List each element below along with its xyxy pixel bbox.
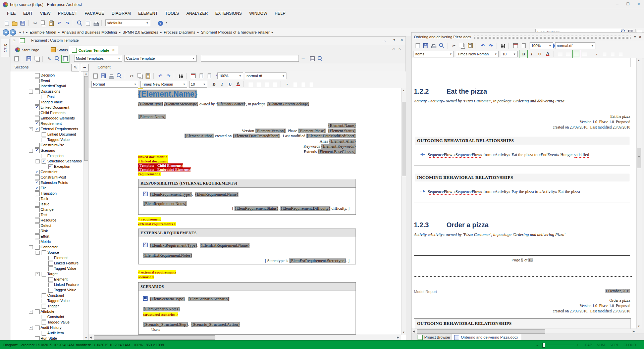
collapse-node-icon[interactable]: − <box>29 310 33 314</box>
tree-item-extension-points[interactable]: Extension Points <box>10 180 84 186</box>
section-checkbox[interactable] <box>42 272 46 277</box>
zoom-in-button[interactable]: + <box>577 343 579 347</box>
panel-dropdown-icon[interactable]: ▼ <box>634 35 637 39</box>
indent-decrease-button[interactable] <box>299 80 307 88</box>
find-button[interactable] <box>177 72 185 80</box>
section-checkbox[interactable] <box>48 261 53 266</box>
menu-tools[interactable]: TOOLS <box>161 10 182 17</box>
new-file-button[interactable] <box>91 72 99 80</box>
edit-pen-button[interactable]: ✎ <box>71 64 79 71</box>
print-button[interactable] <box>430 42 438 50</box>
print-button[interactable] <box>92 19 100 27</box>
section-checkbox[interactable] <box>42 299 46 303</box>
menu-extensions[interactable]: EXTENSIONS <box>212 10 246 17</box>
section-checkbox[interactable] <box>42 320 46 325</box>
section-checkbox[interactable] <box>42 138 46 142</box>
tree-item-transition[interactable]: Transition <box>10 191 84 196</box>
section-checkbox[interactable] <box>35 170 40 174</box>
redo-button[interactable]: ↷ <box>63 19 71 27</box>
maximize-button[interactable]: ❐ <box>623 0 633 8</box>
breadcrumb-item[interactable]: BPMN 2.0 Examples <box>123 30 158 34</box>
caret-button[interactable]: ▾ <box>283 80 291 88</box>
menu-element[interactable]: ELEMENT <box>135 10 161 17</box>
tree-item-effort[interactable]: Effort <box>10 234 84 239</box>
section-checkbox[interactable] <box>35 127 40 132</box>
tree-item-constraint[interactable]: Constraint <box>10 169 84 175</box>
section-checkbox[interactable] <box>35 148 40 153</box>
tree-item-tagged-value[interactable]: Tagged Value <box>10 266 84 271</box>
tree-item-exception[interactable]: Exception <box>10 164 84 169</box>
section-checkbox[interactable] <box>48 288 53 293</box>
collapse-node-icon[interactable]: − <box>36 251 40 255</box>
tree-item-event[interactable]: Event <box>10 78 84 84</box>
tree-item-linked-document[interactable]: Linked Document <box>10 132 84 137</box>
tree-item-linked-feature[interactable]: Linked Feature <box>10 282 84 288</box>
section-checkbox[interactable] <box>35 79 40 83</box>
menu-analyzer[interactable]: ANALYZER <box>183 10 212 17</box>
italic-button[interactable]: I <box>218 80 226 88</box>
redo-button[interactable]: ↷ <box>487 42 495 50</box>
tab-custom-template[interactable]: Custom Template✕ <box>69 46 118 54</box>
align-right-button[interactable] <box>263 80 271 88</box>
menu-help[interactable]: HELP <box>271 10 289 17</box>
tab-scroll-left-icon[interactable]: ◁ <box>392 47 394 51</box>
close-tab-icon[interactable]: ✕ <box>112 48 115 52</box>
font-size-combo[interactable]: 10▼ <box>189 81 207 88</box>
section-checkbox[interactable] <box>35 234 40 239</box>
section-checkbox[interactable] <box>35 309 40 314</box>
tree-item-issue[interactable]: Issue <box>10 202 84 207</box>
tree-item-task[interactable]: Task <box>10 196 84 202</box>
save-button[interactable] <box>25 55 33 63</box>
tree-item-tagged-value[interactable]: Tagged Value <box>10 137 84 143</box>
close-panel-icon[interactable]: ✕ <box>400 38 403 42</box>
bullet-list-button[interactable] <box>291 80 299 88</box>
collapse-node-icon[interactable]: − <box>29 127 33 131</box>
panel-close-icon[interactable]: ✕ <box>639 35 642 39</box>
section-checkbox[interactable] <box>35 175 40 180</box>
section-checkbox[interactable] <box>42 331 46 336</box>
font-combo[interactable]: Times New Roman▼ <box>140 81 187 88</box>
section-checkbox[interactable] <box>35 326 40 330</box>
forward-button[interactable]: ▶ <box>10 29 16 36</box>
menu-window[interactable]: WINDOW <box>246 10 271 17</box>
tab-scroll-right-icon[interactable]: ▷ <box>399 47 401 51</box>
tree-item-inheritedtagval[interactable]: InheritedTagVal <box>10 84 84 89</box>
section-checkbox[interactable] <box>35 229 40 234</box>
section-checkbox[interactable] <box>35 111 40 115</box>
editor-style-combo[interactable]: normal.rtf▼ <box>245 72 286 79</box>
tree-item-decision[interactable]: Decision <box>10 73 84 78</box>
editor-zoom-combo[interactable]: 100%▼ <box>217 72 243 79</box>
minimize-button[interactable]: ─ <box>612 0 623 8</box>
section-checkbox[interactable] <box>48 164 53 169</box>
section-checkbox[interactable] <box>35 89 40 94</box>
tree-item-risk[interactable]: Risk <box>10 229 84 234</box>
tree-item-constraint-pre[interactable]: Constraint-Pre <box>10 143 84 148</box>
editor-vertical-scrollbar[interactable]: ▲ ▼ <box>401 88 406 335</box>
insert-page-number-button[interactable] <box>197 72 205 80</box>
section-checkbox[interactable] <box>35 73 40 78</box>
tree-item-embedded-elements[interactable]: Embedded Elements <box>10 116 84 121</box>
paragraph-style-combo[interactable]: Normal▼ <box>91 81 138 88</box>
undo-button[interactable]: ↶ <box>479 42 487 50</box>
tree-item-source[interactable]: −Source <box>10 250 84 255</box>
section-checkbox[interactable] <box>35 336 40 340</box>
document-scroll-thumb[interactable] <box>637 148 641 168</box>
tree-item-child-elements[interactable]: Child Elements <box>10 110 84 116</box>
insert-date-button[interactable] <box>512 42 520 50</box>
section-checkbox[interactable] <box>42 315 46 319</box>
tree-item-audit-item[interactable]: Audit Item <box>10 331 84 336</box>
section-checkbox[interactable] <box>35 186 40 191</box>
align-left-button[interactable] <box>556 50 564 58</box>
bold-button[interactable]: B <box>210 80 218 88</box>
back-button[interactable]: ◀ <box>3 29 9 36</box>
items-combo[interactable]: Items▼ <box>414 51 454 57</box>
find-button[interactable] <box>499 42 507 50</box>
doc-style-combo[interactable]: normal.rtf▼ <box>555 42 595 49</box>
chevron-double-icon[interactable]: » <box>13 38 15 43</box>
view-source-button[interactable] <box>84 19 92 27</box>
section-checkbox[interactable] <box>35 207 40 212</box>
section-checkbox[interactable] <box>35 197 40 201</box>
bottom-tab-project-browser[interactable]: Project Browser <box>415 334 453 341</box>
tree-item-exception[interactable]: Exception <box>10 153 84 159</box>
collapse-icon[interactable]: ︿ <box>383 38 386 43</box>
